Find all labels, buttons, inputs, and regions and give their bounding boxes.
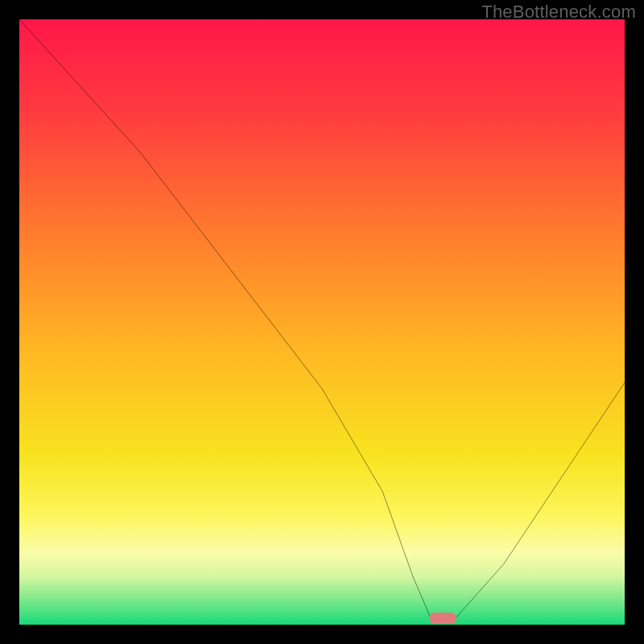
chart-frame: TheBottleneck.com (0, 0, 644, 644)
plot-area (19, 19, 625, 625)
optimal-marker (429, 613, 456, 624)
bottleneck-curve (19, 19, 625, 625)
watermark-text: TheBottleneck.com (481, 2, 636, 23)
